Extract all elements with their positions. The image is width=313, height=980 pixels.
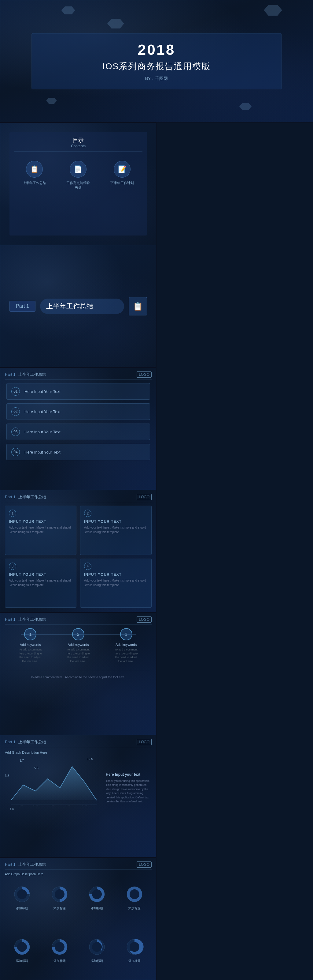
slide6-divider [5,747,152,747]
svg-point-22 [130,942,139,952]
pie-item-7: 添加标题 [83,938,111,963]
ibox-num-1: 1 [9,510,16,517]
chart-area-wrap: 9.7 5.5 3.8 12.5 1.6 标题 [5,757,152,819]
input-box-2: 2 INPUT YOUR TEXT Add your text here . M… [80,506,152,555]
s5l-title: 上半年工作总结 [18,862,46,867]
chart-val-3: 3.8 [5,774,9,778]
s4l-title: 上半年工作总结 [18,617,46,622]
pie-svg-2 [51,885,69,904]
s3l-part: Part 1 [5,372,16,377]
pie-item-3: 添加标题 [83,885,111,910]
input-grid: 1 INPUT YOUR TEXT Add your text here . M… [5,506,152,608]
chart-svg-wrap: 9.7 5.5 3.8 12.5 1.6 标题 [5,757,103,819]
title-main: IOS系列商务报告通用模版 [44,60,269,72]
ibox-text-4: Add your text here . Make it simple and … [84,578,148,587]
list-num-3: 03 [11,428,20,436]
part1-icon: 📋 [129,297,147,315]
ibox-text-3: Add your text here . Make it simple and … [9,578,73,587]
kw-num-3: 3 [125,632,128,637]
pie-label-4: 添加标题 [121,906,148,910]
svg-point-16 [17,942,27,952]
kw-step-1: 1 Add keywords To add a comment here . A… [18,628,43,663]
part1-title: 上半年工作总结 [40,299,124,314]
chart-val-5: 1.6 [10,808,14,811]
s5l-part: Part 1 [5,862,16,867]
list-text-1: Here Input Your Text [24,389,60,394]
ibox-title-3: INPUT YOUR TEXT [9,573,73,577]
slide6-header: Part 1 上半年工作总结 LOGO [5,739,152,745]
kw-circle-2: 2 [72,628,84,640]
slide-pie-charts: Part 1 上半年工作总结 LOGO Add Graph Descriptio… [0,858,156,980]
list-container: 01 Here Input Your Text 02 Here Input Yo… [6,383,150,484]
kw-step-2: 2 Add keywords To add a comment here . A… [66,628,90,663]
keywords-container: 1 Add keywords To add a comment here . A… [6,628,150,729]
slide-title: 2018 IOS系列商务报告通用模版 BY：千图网 [0,0,313,123]
chart-desc-panel: Here Input your text Thank you for using… [103,757,152,819]
ibox-title-1: INPUT YOUR TEXT [9,519,73,524]
pie-item-8: 添加标题 [121,938,148,963]
kw-desc-3: To add a comment here . According to the… [114,648,139,663]
ibox-num-4: 4 [84,563,92,570]
pie-label-6: 添加标题 [46,959,73,963]
svg-text:标题: 标题 [81,805,87,807]
chart-val-1: 9.7 [20,759,24,762]
svg-point-12 [92,889,102,899]
svg-text:+ 标题: + 标题 [47,805,55,807]
slide3-header: Part 1 上半年工作总结 LOGO [5,371,152,378]
slide5-header: Part 1 上半年工作总结 LOGO [5,616,152,623]
input-box-1: 1 INPUT YOUR TEXT Add your text here . M… [5,506,76,555]
slide5-logo: LOGO [137,616,152,623]
slide6-logo: LOGO [137,739,152,745]
chart-title: Add Graph Description Here [5,751,152,754]
toc-item-1: 📋 上半年工作总结 [22,161,47,190]
ibox-title-4: INPUT YOUR TEXT [84,573,148,577]
kw-desc-2: To add a comment here . According to the… [66,648,90,663]
svg-text:标题: 标题 [32,805,38,807]
title-by: BY：千图网 [44,76,269,81]
toc-items: 📋 上半年工作总结 📄 工作亮点与经验教训 📝 下半年工作计划 [9,151,147,199]
pie-label-5: 添加标题 [8,959,36,963]
slide-list: Part 1 上半年工作总结 LOGO 01 Here Input Your T… [0,368,156,490]
kw-label-2: Add keywords [66,643,90,646]
input-box-3: 3 INPUT YOUR TEXT Add your text here . M… [5,558,76,608]
pie-svg-8 [125,938,144,956]
slide7-logo: LOGO [137,861,152,868]
pie-item-6: 添加标题 [46,938,73,963]
kw-label-1: Add keywords [18,643,43,646]
slide3-part-label: Part 1 上半年工作总结 [5,372,46,377]
kw-divider [6,671,150,671]
area-chart-svg: 标题 标题 + 标题 + 标题 标题 [5,757,103,807]
part1-badge: Part 1 [9,301,35,312]
toc-title-en: Contents [9,144,147,148]
chart-container: Add Graph Description Here 9.7 5.5 3.8 1… [5,751,152,851]
s4r-part: Part 1 [5,740,16,744]
toc-icon-1: 📋 [26,161,43,178]
input-box-4: 4 INPUT YOUR TEXT Add your text here . M… [80,558,152,608]
slide6-part-label: Part 1 上半年工作总结 [5,739,46,745]
svg-point-14 [130,889,139,899]
toc-label-1: 上半年工作总结 [22,181,47,185]
part1-hero-content: Part 1 上半年工作总结 📋 [9,297,147,315]
slide4-header: Part 1 上半年工作总结 LOGO [5,494,152,500]
toc-item-3: 📝 下半年工作计划 [110,161,134,190]
kw-note: To add a comment here . According to the… [6,676,150,679]
svg-text:+ 标题: + 标题 [62,805,70,807]
chart-desc-body: Thank you for using this application. Th… [106,779,152,804]
pie-svg-6 [51,938,69,956]
kw-num-2: 2 [77,632,79,637]
pie-label-3: 添加标题 [83,906,111,910]
ibox-num-2: 2 [84,510,92,517]
ibox-text-1: Add your text here . Make it simple and … [9,525,73,535]
pie-item-1: 添加标题 [8,885,36,910]
kw-label-3: Add keywords [114,643,139,646]
pie-item-2: 添加标题 [46,885,73,910]
list-text-2: Here Input Your Text [24,409,60,414]
ibox-text-2: Add your text here . Make it simple and … [84,525,148,535]
toc-label-3: 下半年工作计划 [110,181,134,185]
title-content: 2018 IOS系列商务报告通用模版 BY：千图网 [32,33,281,89]
list-row-2: 02 Here Input Your Text [6,403,150,420]
ibox-title-2: INPUT YOUR TEXT [84,519,148,524]
slide-input-boxes: Part 1 上半年工作总结 LOGO 1 INPUT YOUR TEXT Ad… [0,490,156,612]
pie-item-5: 添加标题 [8,938,36,963]
svg-text:标题: 标题 [17,805,23,807]
